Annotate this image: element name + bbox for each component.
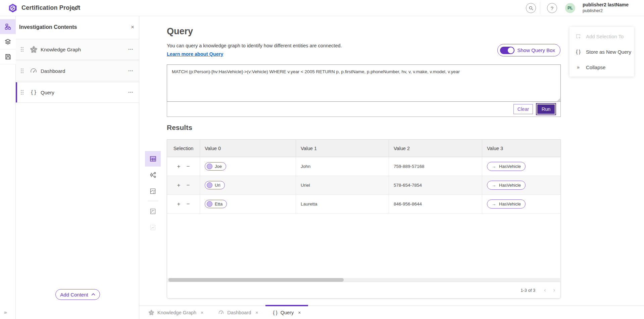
entity-pill[interactable]: Etta (205, 200, 227, 208)
help-icon: ? (551, 5, 553, 11)
view-disabled-button (145, 220, 161, 235)
cell-phone-number: 759-889-57168 (389, 157, 482, 176)
top-bar: Certification Project ? PL publisher2 la… (0, 0, 644, 16)
drag-handle-icon[interactable] (20, 47, 24, 52)
chevron-up-icon (91, 293, 95, 296)
sidebar-item-label: Knowledge Graph (41, 47, 81, 52)
drag-handle-icon[interactable] (20, 90, 24, 95)
next-page-icon[interactable]: › (553, 287, 555, 293)
view-map-button[interactable] (145, 183, 161, 199)
relation-pill[interactable]: → HasVehicle (487, 199, 526, 209)
menu-item-collapse[interactable]: » Collapse (569, 59, 634, 75)
toggle-switch-icon[interactable] (500, 47, 514, 54)
drag-handle-icon[interactable] (20, 68, 24, 74)
item-menu-icon[interactable]: ••• (129, 48, 134, 51)
relation-arrow-icon: → (492, 183, 496, 188)
query-actions-menu: Add Selection To { } Store as New Query … (569, 27, 634, 77)
pagination-bar: 1-3 of 3 ‹ › (167, 282, 560, 298)
scrollbar-thumb[interactable] (168, 278, 344, 282)
rail-item-layers[interactable] (0, 34, 16, 49)
page-title: Query (167, 26, 193, 37)
add-to-selection-icon[interactable]: + (177, 164, 181, 169)
previous-page-icon[interactable]: ‹ (544, 287, 546, 293)
sidebar-item-label: Dashboard (41, 68, 65, 74)
column-header[interactable]: Value 0 (200, 140, 296, 157)
add-content-button[interactable]: Add Content (55, 289, 100, 300)
close-tab-icon[interactable]: × (298, 310, 301, 315)
close-tab-icon[interactable]: × (255, 310, 258, 315)
column-header[interactable]: Value 3 (482, 140, 560, 157)
run-button[interactable]: Run (537, 104, 555, 115)
rail-item-investigation-contents[interactable] (0, 19, 16, 34)
table-row: + − Etta Lauretta 846-956-8644 → HasVehi… (167, 195, 560, 214)
query-braces-icon: { } (29, 89, 38, 95)
left-rail: » (0, 16, 16, 319)
collapse-icon: » (575, 64, 582, 70)
bottom-tab-bar: Knowledge Graph × Dashboard × { } Query … (139, 306, 644, 319)
user-name: publisher2 lastName (583, 2, 629, 8)
tab-query[interactable]: { } Query × (265, 306, 308, 319)
close-tab-icon[interactable]: × (201, 310, 203, 315)
rail-item-save[interactable] (0, 49, 16, 64)
edit-title-icon[interactable] (73, 5, 79, 11)
page-description: You can query a knowledge graph to ident… (167, 43, 342, 48)
dashboard-icon (29, 67, 38, 75)
query-button-bar: Clear Run (167, 102, 561, 117)
menu-item-store-as-new-query[interactable]: { } Store as New Query (569, 44, 634, 59)
relation-pill[interactable]: → HasVehicle (487, 162, 526, 171)
cell-first-name: Uriel (296, 176, 389, 194)
table-row: + − Uri Uriel 578-654-7854 → HasVehicle (167, 176, 560, 195)
remove-from-selection-icon[interactable]: − (187, 201, 190, 207)
table-header-row: Selection Value 0 Value 1 Value 2 Value … (167, 140, 560, 157)
geo-map-icon (149, 208, 156, 215)
relation-arrow-icon: → (492, 201, 496, 207)
learn-more-link[interactable]: Learn more about Query (167, 51, 223, 57)
sidebar-close-icon[interactable]: × (131, 24, 134, 30)
app-logo-icon[interactable] (8, 3, 17, 13)
user-info[interactable]: publisher2 lastName publisher2 (583, 2, 629, 13)
switcher-divider (148, 201, 158, 201)
sidebar-item-knowledge-graph[interactable]: Knowledge Graph ••• (16, 39, 139, 60)
disabled-view-icon (149, 224, 156, 231)
network-icon (149, 171, 157, 179)
relation-pill[interactable]: → HasVehicle (487, 181, 526, 190)
show-query-box-toggle[interactable]: Show Query Box (497, 44, 560, 56)
remove-from-selection-icon[interactable]: − (187, 164, 190, 169)
entity-pill[interactable]: Uri (205, 181, 225, 189)
save-icon (5, 53, 11, 60)
item-menu-icon[interactable]: ••• (129, 91, 134, 94)
add-to-selection-icon[interactable]: + (177, 201, 181, 207)
sidebar-item-query[interactable]: { } Query ••• (16, 82, 139, 103)
add-selection-icon (575, 34, 582, 39)
query-input[interactable]: MATCH (p:Person)-[hv:HasVehicle]->(v:Veh… (167, 64, 561, 102)
user-id: publisher2 (583, 8, 629, 13)
view-network-button[interactable] (145, 167, 161, 183)
knowledge-graph-icon (29, 46, 38, 53)
sidebar-item-dashboard[interactable]: Dashboard ••• (16, 60, 139, 81)
person-node-icon (207, 201, 212, 207)
tab-knowledge-graph[interactable]: Knowledge Graph × (141, 306, 211, 319)
dashboard-icon (218, 310, 224, 316)
view-geomap-button[interactable] (145, 203, 161, 219)
view-table-button[interactable] (145, 151, 161, 167)
avatar[interactable]: PL (565, 3, 575, 13)
results-table: Selection Value 0 Value 1 Value 2 Value … (167, 139, 561, 299)
search-button[interactable] (526, 3, 536, 13)
column-header[interactable]: Selection (167, 140, 200, 157)
tab-dashboard[interactable]: Dashboard × (211, 306, 265, 319)
column-header[interactable]: Value 1 (296, 140, 389, 157)
results-title: Results (167, 124, 192, 132)
item-menu-icon[interactable]: ••• (129, 69, 134, 73)
add-to-selection-icon[interactable]: + (177, 182, 181, 188)
horizontal-scrollbar[interactable] (167, 278, 560, 282)
remove-from-selection-icon[interactable]: − (187, 182, 190, 188)
entity-pill[interactable]: Joe (205, 162, 226, 171)
help-button[interactable]: ? (547, 3, 557, 13)
clear-button[interactable]: Clear (513, 104, 533, 114)
expand-rail-button[interactable]: » (4, 309, 6, 315)
pagination-label: 1-3 of 3 (521, 288, 535, 293)
sidebar-item-label: Query (41, 90, 54, 95)
table-empty-area (167, 214, 560, 278)
column-header[interactable]: Value 2 (389, 140, 482, 157)
hierarchy-icon (4, 23, 11, 30)
